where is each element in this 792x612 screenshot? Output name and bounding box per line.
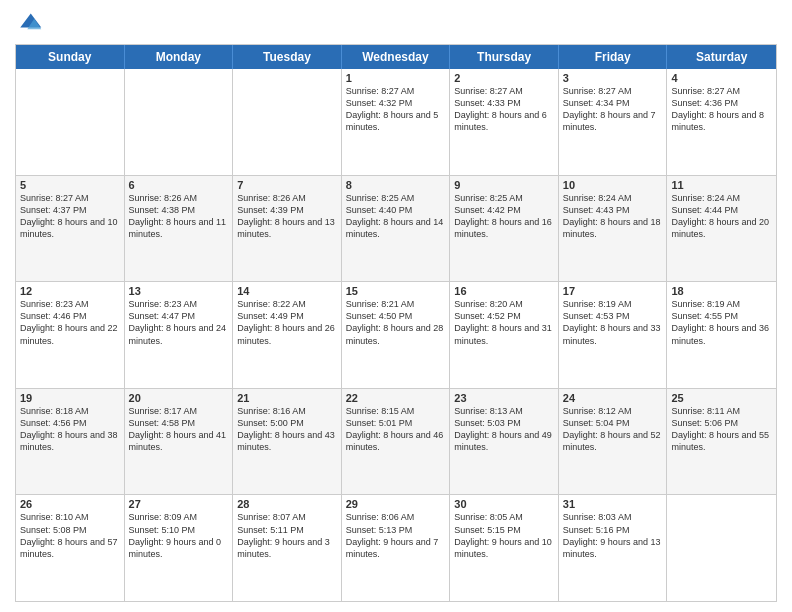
calendar-header: SundayMondayTuesdayWednesdayThursdayFrid… [16,45,776,69]
header-day-sunday: Sunday [16,45,125,69]
calendar-row-1: 1Sunrise: 8:27 AM Sunset: 4:32 PM Daylig… [16,69,776,176]
calendar-row-4: 19Sunrise: 8:18 AM Sunset: 4:56 PM Dayli… [16,389,776,496]
cell-info: Sunrise: 8:27 AM Sunset: 4:34 PM Dayligh… [563,85,663,134]
day-number: 16 [454,285,554,297]
logo [15,10,47,38]
day-cell-25: 25Sunrise: 8:11 AM Sunset: 5:06 PM Dayli… [667,389,776,495]
day-number: 13 [129,285,229,297]
day-number: 11 [671,179,772,191]
cell-info: Sunrise: 8:27 AM Sunset: 4:32 PM Dayligh… [346,85,446,134]
header-day-monday: Monday [125,45,234,69]
day-cell-empty-4-6 [667,495,776,601]
day-cell-15: 15Sunrise: 8:21 AM Sunset: 4:50 PM Dayli… [342,282,451,388]
cell-info: Sunrise: 8:27 AM Sunset: 4:37 PM Dayligh… [20,192,120,241]
calendar: SundayMondayTuesdayWednesdayThursdayFrid… [15,44,777,602]
day-cell-21: 21Sunrise: 8:16 AM Sunset: 5:00 PM Dayli… [233,389,342,495]
cell-info: Sunrise: 8:11 AM Sunset: 5:06 PM Dayligh… [671,405,772,454]
day-cell-14: 14Sunrise: 8:22 AM Sunset: 4:49 PM Dayli… [233,282,342,388]
calendar-row-3: 12Sunrise: 8:23 AM Sunset: 4:46 PM Dayli… [16,282,776,389]
cell-info: Sunrise: 8:24 AM Sunset: 4:43 PM Dayligh… [563,192,663,241]
header-day-friday: Friday [559,45,668,69]
day-cell-29: 29Sunrise: 8:06 AM Sunset: 5:13 PM Dayli… [342,495,451,601]
day-number: 20 [129,392,229,404]
day-number: 7 [237,179,337,191]
day-number: 14 [237,285,337,297]
cell-info: Sunrise: 8:06 AM Sunset: 5:13 PM Dayligh… [346,511,446,560]
header-day-saturday: Saturday [667,45,776,69]
cell-info: Sunrise: 8:24 AM Sunset: 4:44 PM Dayligh… [671,192,772,241]
day-cell-26: 26Sunrise: 8:10 AM Sunset: 5:08 PM Dayli… [16,495,125,601]
day-number: 29 [346,498,446,510]
day-number: 1 [346,72,446,84]
day-number: 23 [454,392,554,404]
day-cell-7: 7Sunrise: 8:26 AM Sunset: 4:39 PM Daylig… [233,176,342,282]
day-number: 15 [346,285,446,297]
cell-info: Sunrise: 8:17 AM Sunset: 4:58 PM Dayligh… [129,405,229,454]
cell-info: Sunrise: 8:03 AM Sunset: 5:16 PM Dayligh… [563,511,663,560]
day-cell-empty-0-2 [233,69,342,175]
calendar-body: 1Sunrise: 8:27 AM Sunset: 4:32 PM Daylig… [16,69,776,601]
day-cell-9: 9Sunrise: 8:25 AM Sunset: 4:42 PM Daylig… [450,176,559,282]
day-cell-23: 23Sunrise: 8:13 AM Sunset: 5:03 PM Dayli… [450,389,559,495]
day-cell-16: 16Sunrise: 8:20 AM Sunset: 4:52 PM Dayli… [450,282,559,388]
cell-info: Sunrise: 8:27 AM Sunset: 4:36 PM Dayligh… [671,85,772,134]
day-cell-30: 30Sunrise: 8:05 AM Sunset: 5:15 PM Dayli… [450,495,559,601]
cell-info: Sunrise: 8:15 AM Sunset: 5:01 PM Dayligh… [346,405,446,454]
logo-icon [15,10,43,38]
cell-info: Sunrise: 8:23 AM Sunset: 4:46 PM Dayligh… [20,298,120,347]
day-number: 10 [563,179,663,191]
day-cell-12: 12Sunrise: 8:23 AM Sunset: 4:46 PM Dayli… [16,282,125,388]
calendar-row-5: 26Sunrise: 8:10 AM Sunset: 5:08 PM Dayli… [16,495,776,601]
day-number: 6 [129,179,229,191]
day-cell-22: 22Sunrise: 8:15 AM Sunset: 5:01 PM Dayli… [342,389,451,495]
day-number: 19 [20,392,120,404]
day-cell-17: 17Sunrise: 8:19 AM Sunset: 4:53 PM Dayli… [559,282,668,388]
cell-info: Sunrise: 8:12 AM Sunset: 5:04 PM Dayligh… [563,405,663,454]
day-cell-4: 4Sunrise: 8:27 AM Sunset: 4:36 PM Daylig… [667,69,776,175]
cell-info: Sunrise: 8:23 AM Sunset: 4:47 PM Dayligh… [129,298,229,347]
header-day-tuesday: Tuesday [233,45,342,69]
day-cell-24: 24Sunrise: 8:12 AM Sunset: 5:04 PM Dayli… [559,389,668,495]
day-number: 30 [454,498,554,510]
day-number: 27 [129,498,229,510]
day-number: 18 [671,285,772,297]
day-cell-13: 13Sunrise: 8:23 AM Sunset: 4:47 PM Dayli… [125,282,234,388]
cell-info: Sunrise: 8:07 AM Sunset: 5:11 PM Dayligh… [237,511,337,560]
day-number: 3 [563,72,663,84]
calendar-row-2: 5Sunrise: 8:27 AM Sunset: 4:37 PM Daylig… [16,176,776,283]
day-number: 24 [563,392,663,404]
header-day-wednesday: Wednesday [342,45,451,69]
cell-info: Sunrise: 8:19 AM Sunset: 4:53 PM Dayligh… [563,298,663,347]
cell-info: Sunrise: 8:21 AM Sunset: 4:50 PM Dayligh… [346,298,446,347]
day-cell-1: 1Sunrise: 8:27 AM Sunset: 4:32 PM Daylig… [342,69,451,175]
day-cell-11: 11Sunrise: 8:24 AM Sunset: 4:44 PM Dayli… [667,176,776,282]
header-day-thursday: Thursday [450,45,559,69]
day-number: 26 [20,498,120,510]
day-cell-8: 8Sunrise: 8:25 AM Sunset: 4:40 PM Daylig… [342,176,451,282]
cell-info: Sunrise: 8:25 AM Sunset: 4:40 PM Dayligh… [346,192,446,241]
cell-info: Sunrise: 8:27 AM Sunset: 4:33 PM Dayligh… [454,85,554,134]
day-number: 5 [20,179,120,191]
day-number: 22 [346,392,446,404]
day-number: 21 [237,392,337,404]
cell-info: Sunrise: 8:25 AM Sunset: 4:42 PM Dayligh… [454,192,554,241]
day-number: 28 [237,498,337,510]
day-cell-20: 20Sunrise: 8:17 AM Sunset: 4:58 PM Dayli… [125,389,234,495]
cell-info: Sunrise: 8:18 AM Sunset: 4:56 PM Dayligh… [20,405,120,454]
cell-info: Sunrise: 8:26 AM Sunset: 4:39 PM Dayligh… [237,192,337,241]
day-number: 2 [454,72,554,84]
cell-info: Sunrise: 8:19 AM Sunset: 4:55 PM Dayligh… [671,298,772,347]
day-cell-27: 27Sunrise: 8:09 AM Sunset: 5:10 PM Dayli… [125,495,234,601]
day-cell-5: 5Sunrise: 8:27 AM Sunset: 4:37 PM Daylig… [16,176,125,282]
day-cell-2: 2Sunrise: 8:27 AM Sunset: 4:33 PM Daylig… [450,69,559,175]
page: SundayMondayTuesdayWednesdayThursdayFrid… [0,0,792,612]
cell-info: Sunrise: 8:09 AM Sunset: 5:10 PM Dayligh… [129,511,229,560]
day-number: 4 [671,72,772,84]
day-number: 12 [20,285,120,297]
day-cell-18: 18Sunrise: 8:19 AM Sunset: 4:55 PM Dayli… [667,282,776,388]
cell-info: Sunrise: 8:26 AM Sunset: 4:38 PM Dayligh… [129,192,229,241]
day-number: 31 [563,498,663,510]
header [15,10,777,38]
cell-info: Sunrise: 8:05 AM Sunset: 5:15 PM Dayligh… [454,511,554,560]
day-cell-6: 6Sunrise: 8:26 AM Sunset: 4:38 PM Daylig… [125,176,234,282]
